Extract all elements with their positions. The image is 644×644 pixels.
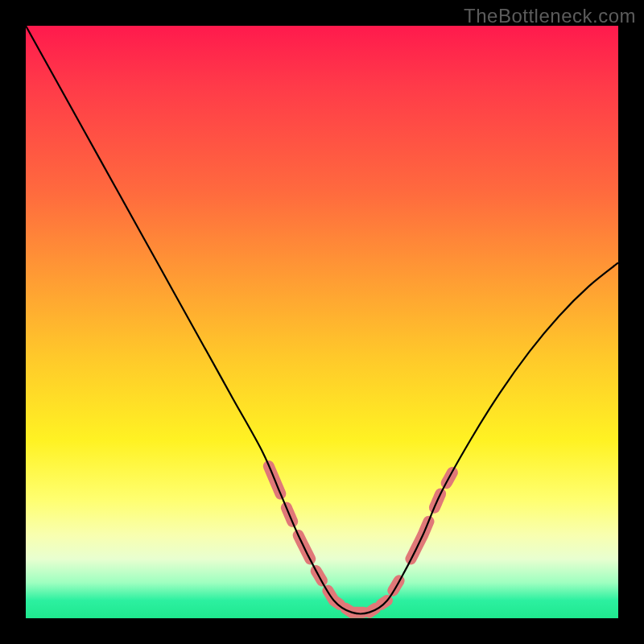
watermark-text: TheBottleneck.com: [464, 5, 636, 27]
bottleneck-curve: [26, 26, 618, 613]
curve-marker: [328, 591, 340, 605]
marker-layer: [269, 466, 452, 613]
chart-frame: TheBottleneck.com: [0, 0, 644, 644]
plot-area: [26, 26, 618, 618]
curve-svg: [26, 26, 618, 618]
